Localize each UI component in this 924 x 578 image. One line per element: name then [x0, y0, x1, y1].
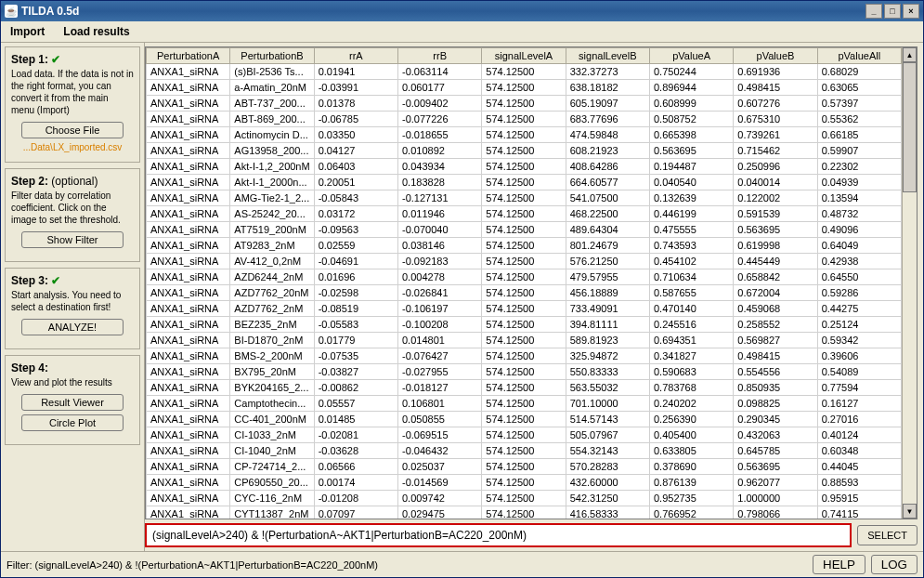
- result-viewer-button[interactable]: Result Viewer: [21, 394, 124, 411]
- minimize-button[interactable]: _: [865, 4, 882, 19]
- table-cell: BEZ235_2nM: [230, 317, 314, 333]
- table-row[interactable]: ANXA1_siRNAAMG-Tie2-1_2...-0.05843-0.127…: [147, 190, 902, 206]
- table-cell: Akt-I-1,2_200nM: [230, 159, 314, 175]
- column-header[interactable]: PerturbationB: [230, 48, 314, 64]
- show-filter-button[interactable]: Show Filter: [21, 231, 124, 248]
- table-cell: 394.81111: [566, 317, 649, 333]
- table-row[interactable]: ANXA1_siRNACamptothecin...0.055570.10680…: [147, 396, 902, 412]
- table-cell: 0.240202: [649, 396, 733, 412]
- table-row[interactable]: ANXA1_siRNAAZD6244_2nM0.016960.004278574…: [147, 269, 902, 285]
- table-row[interactable]: ANXA1_siRNA(s)BI-2536 Ts...0.01941-0.063…: [147, 64, 902, 80]
- table-cell: 0.475555: [649, 222, 733, 238]
- table-cell: 0.498415: [734, 348, 817, 364]
- table-cell: 0.341827: [649, 348, 733, 364]
- table-row[interactable]: ANXA1_siRNAAZD7762_20nM-0.02598-0.026841…: [147, 285, 902, 301]
- table-cell: 0.011946: [397, 206, 481, 222]
- table-row[interactable]: ANXA1_siRNABMS-2_200nM-0.07535-0.0764275…: [147, 348, 902, 364]
- column-header[interactable]: rrA: [314, 48, 397, 64]
- scroll-up-icon[interactable]: ▲: [903, 47, 917, 62]
- table-row[interactable]: ANXA1_siRNAAS-25242_20...0.031720.011946…: [147, 206, 902, 222]
- table-cell: (s)BI-2536 Ts...: [230, 64, 314, 80]
- table-row[interactable]: ANXA1_siRNAAG13958_200...0.041270.010892…: [147, 143, 902, 159]
- table-cell: Actinomycin D...: [230, 127, 314, 143]
- table-cell: 0.68029: [817, 64, 901, 80]
- table-row[interactable]: ANXA1_siRNAAT9283_2nM0.025590.038146574.…: [147, 238, 902, 254]
- select-button[interactable]: SELECT: [857, 525, 917, 545]
- table-cell: 0.250996: [734, 159, 817, 175]
- filter-expression-input[interactable]: [145, 523, 852, 547]
- table-cell: 0.44275: [817, 301, 901, 317]
- scroll-track[interactable]: [903, 62, 917, 504]
- choose-file-button[interactable]: Choose File: [21, 122, 124, 138]
- table-row[interactable]: ANXA1_siRNAAkt-I-1,2_200nM0.064030.04393…: [147, 159, 902, 175]
- analyze-button[interactable]: ANALYZE!: [21, 319, 124, 335]
- table-row[interactable]: ANXA1_siRNACI-1040_2nM-0.03628-0.0464325…: [147, 443, 902, 459]
- table-cell: ANXA1_siRNA: [147, 112, 230, 127]
- table-cell: 0.63065: [817, 80, 901, 96]
- table-cell: -0.03827: [314, 364, 397, 380]
- table-row[interactable]: ANXA1_siRNAABT-737_200...0.01378-0.00940…: [147, 96, 902, 112]
- table-cell: 574.12500: [482, 80, 566, 96]
- table-cell: CYC-116_2nM: [230, 491, 314, 506]
- table-row[interactable]: ANXA1_siRNACP-724714_2...0.065660.025037…: [147, 459, 902, 475]
- column-header[interactable]: pValueB: [734, 48, 817, 64]
- table-row[interactable]: ANXA1_siRNACYT11387_2nM0.070970.02947557…: [147, 506, 902, 519]
- table-cell: 664.60577: [566, 175, 649, 190]
- table-row[interactable]: ANXA1_siRNABX795_20nM-0.03827-0.02795557…: [147, 364, 902, 380]
- column-header[interactable]: signalLevelA: [482, 48, 566, 64]
- table-row[interactable]: ANXA1_siRNABI-D1870_2nM0.017790.01480157…: [147, 333, 902, 348]
- menu-load-results[interactable]: Load results: [58, 23, 135, 40]
- log-button[interactable]: LOG: [871, 555, 917, 574]
- table-row[interactable]: ANXA1_siRNAAT7519_200nM-0.09563-0.070040…: [147, 222, 902, 238]
- table-cell: AMG-Tie2-1_2...: [230, 190, 314, 206]
- table-cell: 0.004278: [397, 269, 481, 285]
- table-row[interactable]: ANXA1_siRNAAZD7762_2nM-0.08519-0.1061975…: [147, 301, 902, 317]
- column-header[interactable]: pValueA: [649, 48, 733, 64]
- table-cell: ANXA1_siRNA: [147, 427, 230, 443]
- table-cell: 0.13594: [817, 190, 901, 206]
- table-cell: CC-401_200nM: [230, 412, 314, 427]
- table-cell: -0.046432: [397, 443, 481, 459]
- table-cell: 0.040014: [734, 175, 817, 190]
- table-row[interactable]: ANXA1_siRNACI-1033_2nM-0.02081-0.0695155…: [147, 427, 902, 443]
- table-row[interactable]: ANXA1_siRNABYK204165_2...-0.00862-0.0181…: [147, 380, 902, 396]
- table-cell: 0.27016: [817, 412, 901, 427]
- table-row[interactable]: ANXA1_siRNACP690550_20...0.00174-0.01456…: [147, 475, 902, 491]
- table-cell: 0.59286: [817, 285, 901, 301]
- table-cell: 0.743593: [649, 238, 733, 254]
- table-cell: -0.07535: [314, 348, 397, 364]
- table-cell: 0.22302: [817, 159, 901, 175]
- table-cell: 0.587655: [649, 285, 733, 301]
- table-row[interactable]: ANXA1_siRNAAV-412_0,2nM-0.04691-0.092183…: [147, 254, 902, 269]
- step3-panel: Step 3: ✔ Start analysis. You need to se…: [5, 268, 140, 349]
- table-cell: 0.633805: [649, 443, 733, 459]
- table-row[interactable]: ANXA1_siRNACYC-116_2nM-0.012080.00974257…: [147, 491, 902, 506]
- close-button[interactable]: ×: [903, 4, 919, 19]
- table-row[interactable]: ANXA1_siRNAABT-869_200...-0.06785-0.0772…: [147, 112, 902, 127]
- table-cell: 0.405400: [649, 427, 733, 443]
- table-cell: ANXA1_siRNA: [147, 475, 230, 491]
- maximize-button[interactable]: □: [884, 4, 901, 19]
- table-cell: 0.569827: [734, 333, 817, 348]
- column-header[interactable]: pValueAll: [817, 48, 901, 64]
- column-header[interactable]: PerturbationA: [147, 48, 230, 64]
- circle-plot-button[interactable]: Circle Plot: [21, 414, 124, 431]
- table-row[interactable]: ANXA1_siRNAAkt-I-1_2000n...0.200510.1838…: [147, 175, 902, 190]
- column-header[interactable]: signalLevelB: [566, 48, 649, 64]
- table-row[interactable]: ANXA1_siRNAActinomycin D...0.03350-0.018…: [147, 127, 902, 143]
- table-cell: 0.42938: [817, 254, 901, 269]
- table-row[interactable]: ANXA1_siRNACC-401_200nM0.014850.05085557…: [147, 412, 902, 427]
- table-cell: 574.12500: [482, 143, 566, 159]
- table-row[interactable]: ANXA1_siRNABEZ235_2nM-0.05583-0.10020857…: [147, 317, 902, 333]
- table-cell: 0.66185: [817, 127, 901, 143]
- vertical-scrollbar[interactable]: ▲ ▼: [902, 47, 917, 519]
- help-button[interactable]: HELP: [813, 555, 865, 574]
- scroll-thumb[interactable]: [903, 62, 917, 192]
- column-header[interactable]: rrB: [397, 48, 481, 64]
- table-cell: 0.498415: [734, 80, 817, 96]
- table-cell: ANXA1_siRNA: [147, 80, 230, 96]
- table-cell: -0.018655: [397, 127, 481, 143]
- scroll-down-icon[interactable]: ▼: [903, 504, 917, 519]
- menu-import[interactable]: Import: [5, 23, 50, 40]
- table-row[interactable]: ANXA1_siRNAa-Amatin_20nM-0.039910.060177…: [147, 80, 902, 96]
